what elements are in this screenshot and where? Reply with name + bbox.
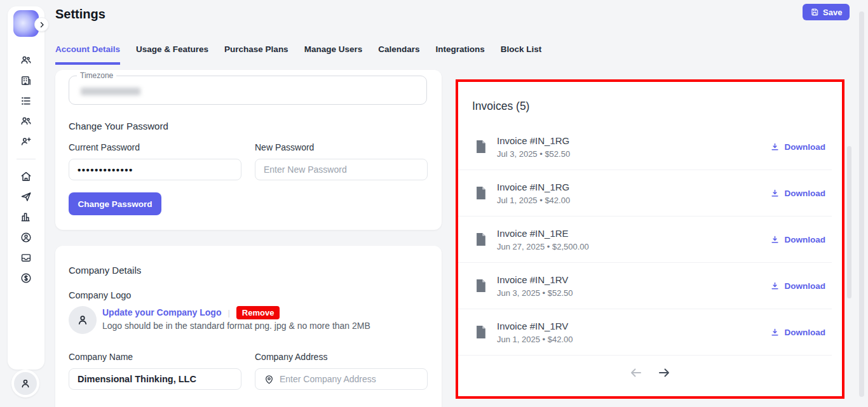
- download-label: Download: [785, 328, 826, 337]
- new-password-label: New Password: [255, 142, 314, 152]
- download-link[interactable]: Download: [770, 189, 826, 198]
- tab-calendars[interactable]: Calendars: [378, 44, 419, 65]
- invoice-row: Invoice #IN_1RE Jun 27, 2025 • $2,500.00…: [458, 217, 832, 263]
- inbox-icon[interactable]: [20, 251, 32, 264]
- person-icon: [76, 313, 90, 327]
- invoice-name: Invoice #IN_1RE: [497, 228, 589, 239]
- tab-manage-users[interactable]: Manage Users: [304, 44, 363, 65]
- invoice-name: Invoice #IN_1RG: [497, 135, 570, 146]
- file-icon: [475, 279, 487, 293]
- settings-page: Settings Save Account Details Usage & Fe…: [0, 0, 868, 407]
- download-icon: [770, 281, 780, 291]
- timezone-value-redacted: [81, 88, 140, 95]
- download-label: Download: [785, 235, 826, 244]
- reports-icon[interactable]: [20, 211, 32, 224]
- profile-avatar[interactable]: [11, 370, 39, 397]
- save-icon: [810, 8, 819, 17]
- download-link[interactable]: Download: [770, 235, 826, 244]
- content-scrollbar-thumb[interactable]: [847, 146, 851, 298]
- page-scrollbar-thumb[interactable]: [859, 11, 864, 397]
- invoices-list: Invoice #IN_1RG Jul 3, 2025 • $52.50 Dow…: [458, 124, 842, 356]
- team-icon[interactable]: [20, 115, 32, 128]
- invoice-row: Invoice #IN_1RG Jul 1, 2025 • $42.00 Dow…: [458, 170, 832, 217]
- users-icon[interactable]: [20, 54, 32, 67]
- invoice-meta: Jun 27, 2025 • $2,500.00: [497, 242, 589, 251]
- invoices-panel: Invoices (5) Invoice #IN_1RG Jul 3, 2025…: [456, 79, 844, 399]
- invoice-meta: Jul 3, 2025 • $52.50: [497, 149, 570, 159]
- invoice-row: Invoice #IN_1RV Jun 3, 2025 • $52.50 Dow…: [458, 263, 832, 309]
- support-icon[interactable]: [20, 231, 32, 244]
- company-name-label: Company Name: [69, 352, 133, 362]
- download-icon: [770, 235, 780, 244]
- tab-account-details[interactable]: Account Details: [55, 44, 120, 65]
- download-label: Download: [785, 189, 826, 198]
- download-link[interactable]: Download: [770, 142, 826, 152]
- prev-page-arrow-icon[interactable]: [628, 365, 644, 380]
- current-password-input[interactable]: •••••••••••••: [69, 159, 241, 180]
- invoice-meta: Jul 1, 2025 • $42.00: [497, 196, 570, 205]
- company-icon[interactable]: [20, 74, 32, 87]
- company-address-placeholder: Enter Company Address: [280, 374, 376, 384]
- timezone-label: Timezone: [77, 71, 116, 80]
- person-icon: [14, 372, 37, 395]
- tab-block-list[interactable]: Block List: [501, 44, 542, 65]
- tab-usage-features[interactable]: Usage & Features: [136, 44, 208, 65]
- file-icon: [475, 325, 487, 339]
- sidebar-nav: [8, 54, 44, 284]
- send-icon[interactable]: [20, 190, 32, 203]
- sidebar: [8, 6, 44, 370]
- company-address-label: Company Address: [255, 352, 327, 362]
- account-details-card: Timezone Change Your Password Current Pa…: [55, 70, 442, 230]
- company-logo-label: Company Logo: [69, 290, 131, 300]
- invoice-row: Invoice #IN_1RV Jun 1, 2025 • $42.00 Dow…: [458, 309, 832, 356]
- location-pin-icon: [264, 374, 275, 385]
- save-button-label: Save: [823, 8, 842, 17]
- remove-logo-button[interactable]: Remove: [236, 306, 280, 319]
- list-icon[interactable]: [20, 95, 32, 107]
- change-password-title: Change Your Password: [69, 121, 168, 131]
- tab-integrations[interactable]: Integrations: [435, 44, 484, 65]
- company-name-value: Dimensional Thinking, LLC: [78, 374, 196, 384]
- company-logo-actions: Update your Company Logo | Remove: [102, 305, 280, 319]
- invoice-meta: Jun 3, 2025 • $52.50: [497, 288, 573, 298]
- invoices-pagination: [458, 365, 842, 380]
- next-page-arrow-icon[interactable]: [656, 365, 672, 380]
- download-label: Download: [785, 142, 826, 152]
- update-logo-link[interactable]: Update your Company Logo: [102, 307, 221, 317]
- add-user-icon[interactable]: [20, 135, 32, 148]
- timezone-input[interactable]: Timezone: [69, 76, 427, 105]
- logo-hint-text: Logo should be in the standard format pn…: [102, 321, 370, 331]
- current-password-value: •••••••••••••: [78, 164, 133, 175]
- company-details-card: Company Details Company Logo Update your…: [55, 246, 442, 407]
- settings-tabs: Account Details Usage & Features Purchas…: [55, 44, 541, 65]
- company-logo-avatar: [69, 306, 97, 334]
- company-name-input[interactable]: Dimensional Thinking, LLC: [69, 368, 241, 390]
- chevron-right-icon: [38, 21, 46, 29]
- download-icon: [770, 189, 780, 198]
- download-icon: [770, 142, 780, 152]
- download-link[interactable]: Download: [770, 281, 826, 291]
- sidebar-divider: [17, 159, 36, 159]
- invoice-name: Invoice #IN_1RV: [497, 274, 573, 285]
- new-password-input[interactable]: Enter New Password: [255, 159, 428, 180]
- download-link[interactable]: Download: [770, 328, 826, 337]
- save-button[interactable]: Save: [803, 4, 850, 20]
- invoice-row: Invoice #IN_1RG Jul 3, 2025 • $52.50 Dow…: [458, 124, 832, 170]
- home-icon[interactable]: [20, 170, 32, 183]
- sidebar-expand-button[interactable]: [34, 17, 49, 32]
- download-icon: [770, 328, 780, 337]
- logo-actions-separator: |: [227, 308, 229, 317]
- page-title: Settings: [55, 7, 105, 22]
- billing-icon[interactable]: [20, 272, 32, 284]
- new-password-placeholder: Enter New Password: [264, 164, 347, 175]
- file-icon: [475, 186, 487, 200]
- file-icon: [475, 140, 487, 154]
- tab-purchase-plans[interactable]: Purchase Plans: [224, 44, 288, 65]
- file-icon: [475, 232, 487, 246]
- company-details-title: Company Details: [69, 265, 141, 276]
- company-address-input[interactable]: Enter Company Address: [255, 368, 428, 390]
- download-label: Download: [785, 281, 826, 291]
- invoice-name: Invoice #IN_1RG: [497, 182, 570, 192]
- invoice-meta: Jun 1, 2025 • $42.00: [497, 335, 573, 344]
- change-password-button[interactable]: Change Password: [69, 192, 161, 215]
